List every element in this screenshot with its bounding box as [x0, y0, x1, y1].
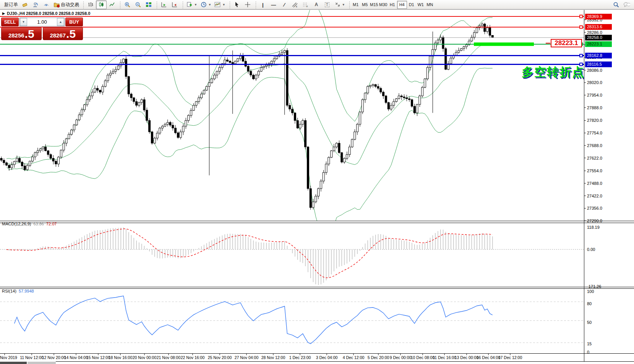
- trendline-tool-button[interactable]: ∕: [279, 0, 290, 9]
- auto-trading-label: 自动交易: [61, 2, 79, 8]
- label-icon: T: [325, 2, 329, 7]
- chat-icon[interactable]: [623, 2, 630, 8]
- buy-price-pips: .5: [66, 29, 76, 39]
- profile-button[interactable]: [30, 0, 41, 9]
- macd-name: MACD(12,26,9): [2, 222, 31, 226]
- time-axis-label: 3 Dec 04:00: [316, 355, 338, 360]
- timeframe-h1[interactable]: H1: [388, 1, 397, 8]
- indicator-axis-label: 100: [587, 289, 594, 294]
- support-level-callout[interactable]: 28223.1: [551, 39, 582, 47]
- horizontal-line-tool-button[interactable]: —: [268, 0, 279, 9]
- new-order-dropdown-button[interactable]: ▼: [185, 0, 199, 9]
- sell-price-pips: .5: [25, 29, 34, 39]
- bar-chart-button[interactable]: [85, 0, 96, 9]
- bottom-tab-dark[interactable]: [0, 362, 27, 364]
- volume-decrease-button[interactable]: ▼: [20, 18, 27, 26]
- timeframe-mn[interactable]: MN: [425, 1, 435, 8]
- price-tick-label: 27820.0: [587, 118, 602, 123]
- time-axis-label: 5 Dec 20:00: [368, 355, 389, 360]
- indicator-axis-label: 0.00: [587, 247, 595, 252]
- callout-pointer: [546, 43, 550, 44]
- rsi-line: [15, 296, 493, 344]
- time-axis-label: 17 Dec 12:00: [498, 355, 522, 360]
- macd-main-value: 63.86: [33, 222, 44, 226]
- arrows-tool-button[interactable]: ▼: [332, 0, 347, 9]
- timeframe-m30[interactable]: M30: [379, 1, 388, 8]
- crosshair-icon: [244, 2, 251, 8]
- vertical-line-icon: |: [262, 2, 264, 8]
- time-axis-label: 28 Nov 12:00: [261, 355, 285, 360]
- timeframe-m5[interactable]: M5: [360, 1, 370, 8]
- bollinger-band-line: [6, 68, 493, 237]
- channel-tool-button[interactable]: E: [290, 0, 300, 9]
- macd-histogram: [2, 227, 493, 285]
- time-axis-label: 4 Dec 12:00: [343, 355, 365, 360]
- timeframe-w1[interactable]: W1: [416, 1, 425, 8]
- bar-chart-icon: [87, 2, 94, 8]
- timeframe-m1[interactable]: M1: [351, 1, 360, 8]
- tile-windows-button[interactable]: [143, 0, 154, 9]
- time-axis-label: 12 Nov 20:00: [42, 355, 66, 360]
- price-badge: 28369.9: [585, 14, 612, 19]
- price-badge: 28313.6: [585, 24, 612, 30]
- rsi-value: 57.9948: [19, 289, 34, 293]
- symbol-title: ▶ DJ30-,H4 28258.0 28258.0 28258.0 28258…: [2, 11, 90, 16]
- fibonacci-tool-button[interactable]: F: [300, 0, 311, 9]
- label-tool-button[interactable]: T: [322, 0, 332, 9]
- cursor-tool-button[interactable]: [232, 0, 242, 9]
- timeframe-h4[interactable]: H4: [397, 1, 407, 9]
- chart-shift-button[interactable]: [169, 0, 180, 9]
- indicator-axis-label: 80: [587, 301, 592, 306]
- svg-text:F: F: [306, 5, 308, 8]
- horizontal-line-icon: —: [271, 2, 276, 8]
- indicator-axis-label: 15: [587, 341, 592, 346]
- macd-signal-value: 72.07: [46, 222, 57, 226]
- crosshair-tool-button[interactable]: [242, 0, 253, 9]
- auto-trading-button[interactable]: 自动交易: [52, 0, 81, 9]
- clock-icon: [200, 2, 207, 8]
- buy-button[interactable]: BUY: [65, 18, 83, 26]
- bottom-tab-light[interactable]: [28, 362, 56, 364]
- candlestick-icon: [98, 2, 105, 8]
- sell-button[interactable]: SELL: [1, 18, 19, 26]
- volume-input[interactable]: 1.00: [27, 18, 57, 26]
- line-end-marker: [580, 26, 582, 28]
- time-axis-label: 22 Nov 16:00: [181, 355, 204, 360]
- sell-label: SELL: [4, 19, 16, 25]
- chinese-annotation[interactable]: 多空转折点: [522, 64, 585, 80]
- vertical-line-tool-button[interactable]: |: [258, 0, 268, 9]
- mt4-window: 新订单 自动交易 ▼ ▼ ▼: [0, 0, 634, 364]
- timeframe-m15[interactable]: M15: [370, 1, 379, 8]
- macd-signal-line: [6, 229, 493, 278]
- signals-button[interactable]: [41, 0, 52, 9]
- annotation-text: 多空转折点: [522, 65, 585, 79]
- dropdown-arrow-icon: ▼: [208, 3, 211, 6]
- volume-increase-button[interactable]: ▲: [57, 18, 64, 26]
- timeframe-d1[interactable]: D1: [407, 1, 416, 8]
- expand-arrow-icon[interactable]: ▶: [2, 11, 5, 15]
- chart-canvas[interactable]: [0, 0, 634, 364]
- candlestick-chart-button[interactable]: [96, 0, 107, 9]
- sell-price-button[interactable]: 28256 .5: [1, 27, 42, 40]
- buy-price-button[interactable]: 28267 .5: [43, 27, 83, 40]
- line-end-marker: [580, 15, 582, 18]
- chart-shift-icon: [171, 2, 178, 8]
- auto-scroll-button[interactable]: [159, 0, 169, 9]
- search-icon[interactable]: [613, 2, 619, 8]
- text-icon: A: [315, 2, 318, 7]
- periods-button[interactable]: ▼: [199, 0, 213, 9]
- dropdown-arrow-icon: ▼: [194, 3, 197, 6]
- price-tick-label: 27488.0: [587, 181, 602, 186]
- zoom-out-button[interactable]: [133, 0, 143, 9]
- price-tick-label: 27688.0: [587, 143, 602, 148]
- line-chart-button[interactable]: [107, 0, 117, 9]
- eraser-icon: [21, 2, 28, 8]
- fibonacci-icon: F: [302, 2, 309, 8]
- new-order-button[interactable]: 新订单: [3, 0, 19, 9]
- auto-scroll-icon: [161, 2, 167, 8]
- history-center-button[interactable]: [19, 0, 30, 9]
- text-tool-button[interactable]: A: [311, 0, 322, 9]
- zoom-in-button[interactable]: [122, 0, 133, 9]
- indicators-button[interactable]: ▼: [213, 0, 227, 9]
- price-badge: 28258.0: [585, 35, 612, 40]
